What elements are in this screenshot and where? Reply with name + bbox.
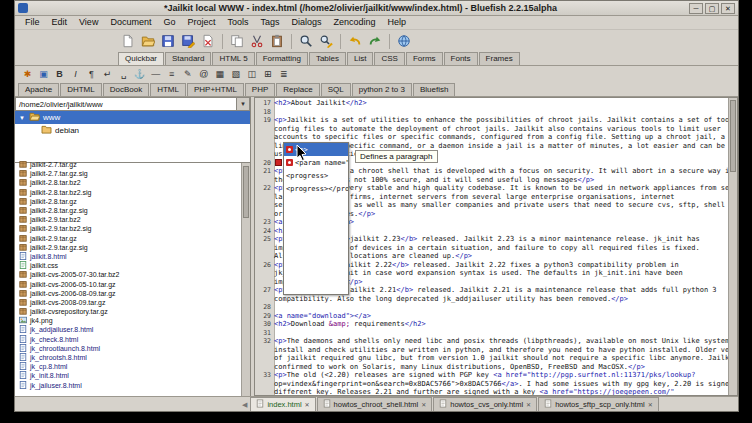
editor-scrollbar-thumb[interactable] — [730, 100, 736, 172]
table-icon[interactable]: ▦ — [212, 68, 227, 82]
editor-scrollbar[interactable] — [728, 98, 737, 395]
titlebar[interactable]: *Jailkit local WWW - index.html (/home2/… — [15, 1, 738, 16]
paragraph-icon[interactable]: ¶ — [84, 68, 99, 82]
tab-close-icon[interactable]: ✕ — [421, 401, 426, 408]
snippet-tab-apache[interactable]: Apache — [18, 83, 59, 96]
file-item-jailkit-2-8-tar-gz[interactable]: jailkit-2.8.tar.gz — [15, 197, 241, 206]
filelist-scrollbar[interactable] — [241, 163, 250, 396]
tab-fonts[interactable]: Fonts — [444, 52, 478, 65]
menu-project[interactable]: Project — [181, 16, 221, 29]
file-list[interactable]: jailkit-2.7.tar.gzjailkit-2.7.tar.gz.sig… — [15, 160, 241, 396]
file-item-jk-check-8-html[interactable]: jk_check.8.html — [15, 335, 241, 344]
autocomplete-item[interactable]: <param name=""> — [284, 156, 348, 169]
frameset-icon[interactable]: ◫ — [244, 68, 259, 82]
tab-standard[interactable]: Standard — [165, 52, 211, 65]
tree-item-www[interactable]: ▼www — [15, 111, 250, 124]
snippet-tab-replace[interactable]: Replace — [276, 83, 319, 96]
file-item-jailkit-2-9-tar-bz2[interactable]: jailkit-2.9.tar.bz2 — [15, 215, 241, 224]
tab-css[interactable]: CSS — [374, 52, 404, 65]
close-button[interactable]: ✕ — [721, 3, 735, 14]
quickstart-icon[interactable]: ✱ — [20, 68, 35, 82]
document-tab-howtos-cvs-only-html[interactable]: howtos_cvs_only.html✕ — [433, 397, 537, 411]
tab-frames[interactable]: Frames — [479, 52, 520, 65]
menu-view[interactable]: View — [73, 16, 104, 29]
file-item-jailkit-cvsrepository-tar-gz[interactable]: jailkit-cvsrepository.tar.gz — [15, 307, 241, 316]
tabs-scroll-left-icon[interactable]: ◀ — [239, 398, 250, 411]
combo-dropdown-icon[interactable]: ▾ — [236, 98, 249, 110]
document-tab-howtos-chroot-shell-html[interactable]: howtos_chroot_shell.html✕ — [317, 397, 433, 411]
tab-quickbar[interactable]: Quickbar — [118, 52, 164, 65]
autocomplete-item[interactable]: <progress> — [284, 169, 348, 182]
toolbar-save-as-button[interactable] — [178, 32, 198, 51]
maximize-button[interactable]: ▢ — [705, 3, 719, 14]
menu-file[interactable]: File — [19, 16, 46, 29]
file-item-jailkit-css[interactable]: jailkit.css — [15, 261, 241, 270]
menu-dialogs[interactable]: Dialogs — [285, 16, 327, 29]
file-item-jailkit-2-8-tar-bz2-sig[interactable]: jailkit-2.8.tar.bz2.sig — [15, 188, 241, 197]
file-item-jk-chrootlaunch-8-html[interactable]: jk_chrootlaunch.8.html — [15, 344, 241, 353]
file-item-jailkit-2-9-tar-bz2-sig[interactable]: jailkit-2.9.tar.bz2.sig — [15, 224, 241, 233]
toolbar-preview-button[interactable] — [394, 32, 414, 51]
toolbar-close-button[interactable] — [198, 32, 218, 51]
snippet-tab-sql[interactable]: SQL — [321, 83, 351, 96]
tab-tables[interactable]: Tables — [309, 52, 346, 65]
nbsp-icon[interactable]: ␣ — [116, 68, 131, 82]
body-icon[interactable]: ▣ — [36, 68, 51, 82]
snippet-tab-html[interactable]: HTML — [150, 83, 186, 96]
toolbar-find-button[interactable] — [296, 32, 316, 51]
toolbar-undo-button[interactable] — [345, 32, 365, 51]
toolbar-copy-button[interactable] — [227, 32, 247, 51]
file-item-jailkit-2-8-tar-bz2[interactable]: jailkit-2.8.tar.bz2 — [15, 178, 241, 187]
file-item-jailkit-cvs-2006-05-10-tar-gz[interactable]: jailkit-cvs-2006-05-10.tar.gz — [15, 279, 241, 288]
toolbar-cut-button[interactable] — [247, 32, 267, 51]
file-item-jailkit-cvs-2006-08-09-tar-gz[interactable]: jailkit-cvs-2006-08-09.tar.gz — [15, 289, 241, 298]
menu-document[interactable]: Document — [104, 16, 157, 29]
path-combo[interactable]: /home2/olivier/jailkit/www ▾ — [15, 97, 250, 111]
file-item-jk-chrootsh-8-html[interactable]: jk_chrootsh.8.html — [15, 353, 241, 362]
toolbar-new-button[interactable] — [118, 32, 138, 51]
toolbar-save-button[interactable] — [158, 32, 178, 51]
file-item-jailkit-cvs-2008-09-tar-gz[interactable]: jailkit-cvs-2008-09.tar.gz — [15, 298, 241, 307]
tab-close-icon[interactable]: ✕ — [526, 401, 531, 408]
tab-close-icon[interactable]: ✕ — [305, 401, 310, 408]
menu-tags[interactable]: Tags — [254, 16, 285, 29]
toolbar-paste-button[interactable] — [267, 32, 287, 51]
menu-edit[interactable]: Edit — [46, 16, 74, 29]
tree-expander-icon[interactable]: ▼ — [18, 115, 26, 121]
file-item-jailkit-cvs-2005-07-30-tar-bz2[interactable]: jailkit-cvs-2005-07-30.tar.bz2 — [15, 270, 241, 279]
tab-formatting[interactable]: Formatting — [256, 52, 308, 65]
tree-item-debian[interactable]: debian — [15, 124, 250, 137]
file-item-jailkit-2-9-tar-gz-sig[interactable]: jailkit-2.9.tar.gz.sig — [15, 243, 241, 252]
tab-forms[interactable]: Forms — [406, 52, 443, 65]
form-icon[interactable]: ⊞ — [260, 68, 275, 82]
bold-icon[interactable]: B — [52, 68, 67, 82]
tab-close-icon[interactable]: ✕ — [648, 401, 653, 408]
email-icon[interactable]: @ — [196, 68, 211, 82]
toolbar-open-button[interactable] — [138, 32, 158, 51]
toolbar-replace-button[interactable] — [316, 32, 336, 51]
tab-list[interactable]: List — [347, 52, 373, 65]
snippet-tab-dhtml[interactable]: DHTML — [60, 83, 102, 96]
snippet-tab-docbook[interactable]: DocBook — [103, 83, 149, 96]
file-item-jailkit-2-9-tar-gz[interactable]: jailkit-2.9.tar.gz — [15, 234, 241, 243]
toolbar-redo-button[interactable] — [365, 32, 385, 51]
tab-html-5[interactable]: HTML 5 — [212, 52, 254, 65]
menu-tools[interactable]: Tools — [221, 16, 254, 29]
anchor-icon[interactable]: ⚓ — [132, 68, 147, 82]
break-icon[interactable]: ↵ — [100, 68, 115, 82]
file-item-jk4-png[interactable]: jk4.png — [15, 316, 241, 325]
snippet-tab-php[interactable]: PHP — [245, 83, 275, 96]
file-item-jailkit-2-7-tar-gz-sig[interactable]: jailkit-2.7.tar.gz.sig — [15, 169, 241, 178]
list-icon[interactable]: ≣ — [276, 68, 291, 82]
file-item-jk-jailuser-8-html[interactable]: jk_jailuser.8.html — [15, 381, 241, 390]
filelist-scrollbar-thumb[interactable] — [243, 166, 249, 218]
file-item-jailkit-2-7-tar-gz[interactable]: jailkit-2.7.tar.gz — [15, 160, 241, 169]
rule-icon[interactable]: — — [148, 68, 163, 82]
minimize-button[interactable]: ─ — [689, 3, 703, 14]
italic-icon[interactable]: I — [68, 68, 83, 82]
autocomplete-item[interactable]: <progress></progress> — [284, 182, 348, 195]
thumbnail-icon[interactable]: ▧ — [228, 68, 243, 82]
file-item-jk-addjailuser-8-html[interactable]: jk_addjailuser.8.html — [15, 325, 241, 334]
document-tab-index-html[interactable]: index.html✕ — [250, 397, 315, 411]
document-tab-howtos-sftp-scp-only-html[interactable]: howtos_sftp_scp_only.html✕ — [538, 397, 659, 411]
